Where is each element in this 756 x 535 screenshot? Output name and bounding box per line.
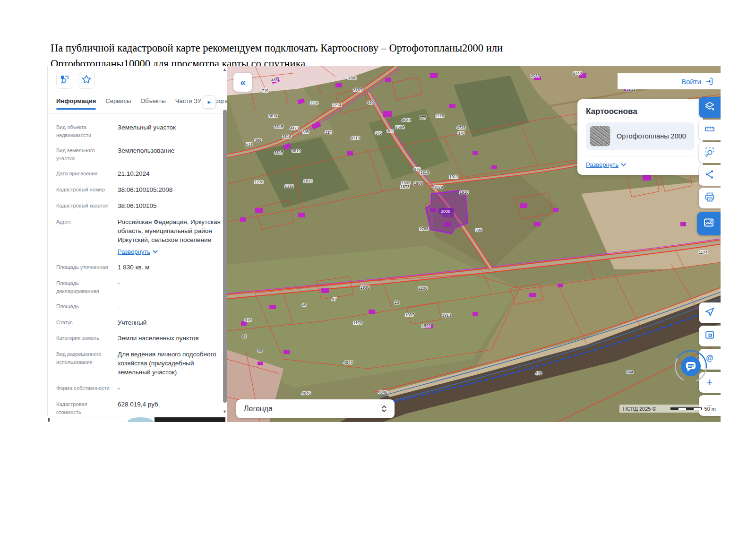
basemap-layers-button[interactable] [699,97,721,118]
basemap-thumbnail [590,126,610,147]
tab-сервисы[interactable]: Сервисы [105,97,131,110]
map-canvas[interactable]: 4717719465376637674202033174020571931111… [227,66,721,422]
parcel-label: 719 [262,88,268,93]
print-icon [704,191,715,205]
parcel-label: 22 [395,300,399,305]
field-value: Землепользование [118,147,221,163]
parcel-label: 420 [367,100,374,105]
parcel-label: 3766 [348,76,357,80]
field-label: Категория земель [56,334,118,343]
minimap-icon [704,329,715,343]
field-value: 628 019,4 руб. [118,400,221,416]
basemap-panel-title: Картооснова [586,107,695,116]
parcel-label: 3614 [269,113,278,118]
parcel-label: 1116 [436,113,444,118]
basemap-layer-name: Ортофотопланы 2000 [617,132,686,140]
parcel-label: 1911 [449,174,458,179]
scale-control: 50 m [670,406,716,412]
parcel-label: 2214 [333,103,342,107]
panorama-button[interactable] [697,212,721,235]
locate-icon [704,306,715,319]
parcel-label: 1829 [434,185,443,190]
scroll-up-arrow-icon[interactable]: ▲ [223,67,227,72]
tab-части зу[interactable]: Части ЗУ [175,97,201,110]
parcel-label: 3619 [292,148,301,153]
field-value: Учтенный [118,319,221,328]
parcel-label: 777 [420,115,426,120]
info-field-row: Вид разрешенного использованияДля ведени… [56,350,221,377]
scroll-down-arrow-icon[interactable]: ▼ [223,409,227,414]
login-icon [704,77,714,86]
parcel-label: 2584 [395,125,404,129]
parcel-label: 4473 [290,126,299,130]
field-value: 1 830 кв. м [118,263,221,272]
field-label: Площадь уточненная [56,263,118,272]
field-value: 38:06:100105 [118,202,221,211]
parcel-label: 918 [245,318,251,322]
info-field-row: Категория земельЗемли населенных пунктов [56,334,221,343]
parcel-label: 1768 [420,226,429,231]
info-field-row: Вид земельного участкаЗемлепользование [56,147,221,163]
parcel-label: 4046 [302,391,311,396]
parcel-label: 711 [246,142,253,147]
parcel-label: 1906 [361,285,369,290]
parcel-label: 644 [627,370,633,374]
field-label: Площадь [56,302,118,311]
parcel-label: 1170 [353,320,362,325]
field-value: - [118,302,221,311]
object-search-button[interactable] [56,72,73,89]
print-button[interactable] [699,188,721,208]
basemap-layer-row[interactable]: Ортофотопланы 2000 [586,122,695,150]
field-label: Вид земельного участка [56,147,118,163]
area-search-button[interactable] [699,142,721,163]
info-field-row: Вид объекта недвижимостиЗемельный участо… [56,123,221,139]
star-icon [81,74,92,87]
field-value: Земли населенных пунктов [118,334,221,343]
parcel-label: 305 [302,129,309,134]
tab-sliver: Г [221,98,224,105]
parcel-label: 1819 [421,170,430,175]
login-bar[interactable]: Войти [618,73,721,89]
legend-bar[interactable]: Легенда [236,399,395,418]
measure-button[interactable] [699,120,721,140]
favorites-button[interactable] [78,72,95,89]
selected-parcel-label: 2008 [441,209,450,214]
parcel-label: 1174 [699,250,708,255]
tabs-overflow-button[interactable]: ▶ [203,95,216,109]
field-label: Форма собственности [56,384,118,393]
field-label: Вид разрешенного использования [56,350,118,377]
field-label: Кадастровый квартал [56,202,118,211]
panorama-icon [703,217,714,230]
field-value: 38:06:100105:2008 [118,186,221,195]
parcel-label: 4726 [457,125,466,130]
field-label: Кадастровый номер [56,186,118,195]
info-field-row: СтатусУчтенный [56,319,221,328]
tab-информация[interactable]: Информация [56,97,96,110]
parcel-label: 2206 [419,286,428,291]
sidebar-scrollbar[interactable] [223,110,227,403]
parcel-label: 4046 [378,390,387,395]
parcel-label: 4713 [351,136,360,140]
share-button[interactable] [699,165,721,186]
chat-button[interactable] [670,345,712,387]
parcel-label: 66 [258,348,262,353]
parcel-label: 65 [242,334,247,339]
field-value: - [118,384,221,393]
basemap-expand-link[interactable]: Развернуть [586,161,695,168]
map-attribution: НСПД 2025 © 50 m [619,405,721,413]
address-expand-link[interactable]: Развернуть [118,248,221,256]
overview-map-button[interactable] [699,326,721,346]
parcel-label: 370 [458,131,464,136]
locate-button[interactable] [699,302,721,323]
legend-label: Легенда [244,405,273,413]
field-value: - [118,279,221,295]
sidebar-collapse-button[interactable]: « [233,73,252,92]
parcel-label: 1913 [442,313,451,318]
info-sidebar: ИнформацияСервисыОбъектыЧасти ЗУСоста▶Г … [47,66,227,416]
ruler-icon [704,123,715,137]
object-search-icon [59,74,70,87]
object-info-fields: Вид объекта недвижимостиЗемельный участо… [48,114,227,416]
tab-объекты[interactable]: Объекты [140,97,166,110]
parcel-label: 1110 [310,101,318,105]
field-label: Дата присвоения [56,170,118,179]
